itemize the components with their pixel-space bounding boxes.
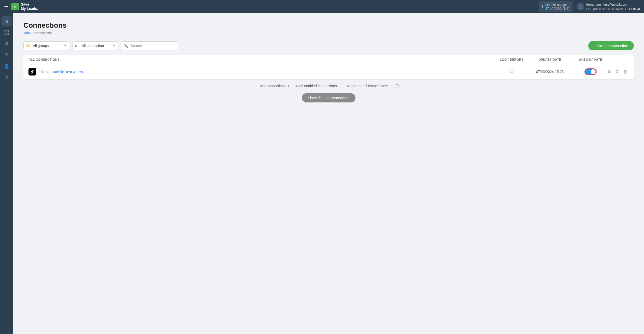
header-log: LOG / ERRORS: [496, 58, 527, 62]
connection-link[interactable]: TikTok - Mobile Text Alerts: [39, 70, 83, 74]
sidebar-item-home[interactable]: ⌂: [2, 16, 12, 26]
header-update-date: UPDATE DATE: [527, 58, 573, 62]
log-icon[interactable]: 📄: [509, 69, 514, 74]
show-deleted-wrapper: Show deleted connections: [23, 90, 634, 105]
sidebar-item-user[interactable]: 👤: [2, 61, 12, 71]
svg-rect-1: [7, 31, 9, 32]
total-connections: Total connections: 1: [258, 84, 290, 88]
info-icon: ℹ: [542, 4, 543, 9]
toggle-cell: [573, 68, 608, 75]
groups-select-wrapper: 📁 All groups ▼: [23, 41, 69, 50]
header-connections: ALL CONNECTIONS: [28, 58, 496, 62]
user-info: 👤 demo_sml_test@gmail.com Plan |Basic| l…: [577, 2, 640, 11]
delete-icon[interactable]: 🗑: [622, 68, 629, 75]
page-title: Connections: [23, 21, 634, 29]
report-icon[interactable]: 📋: [394, 83, 399, 88]
leads-usage-label: LEADS usage:: [545, 3, 567, 7]
sidebar-item-edit[interactable]: ✎: [2, 50, 12, 60]
connection-name-cell: TikTok - Mobile Text Alerts: [28, 68, 496, 75]
svg-rect-0: [5, 31, 6, 32]
groups-select[interactable]: All groups: [23, 41, 69, 50]
breadcrumb-separator: /: [32, 31, 33, 35]
connections-table: ALL CONNECTIONS LOG / ERRORS UPDATE DATE…: [23, 55, 634, 79]
leads-total: of 5'000 (1%): [550, 7, 569, 10]
settings-icon[interactable]: ⚙: [614, 68, 620, 75]
logo-line1: Save: [21, 2, 38, 7]
stats-row: Total connections: 1 Total enabled conne…: [23, 79, 634, 90]
avatar: 👤: [577, 3, 584, 10]
user-plan: Plan |Basic| left until payment 162 days: [586, 7, 640, 11]
svg-rect-2: [5, 33, 6, 35]
header-auto-update: AUTO UPDATE: [573, 58, 608, 62]
connection-filter-select[interactable]: All connection: [72, 41, 118, 50]
connection-filter-wrapper: ▶ All connection ▼: [72, 41, 118, 50]
report-label: Report on all connections:: [347, 84, 388, 88]
actions-cell: ⧉ ⚙ 🗑: [608, 68, 629, 75]
show-deleted-button[interactable]: Show deleted connections: [302, 93, 355, 102]
navbar-right: ℹ LEADS usage: 37 of 5'000 (1%) 👤 demo_s…: [539, 1, 640, 12]
create-connection-button[interactable]: + Create connection: [588, 41, 634, 50]
breadcrumb-current: Connections: [33, 31, 52, 35]
logo-icon: ✓: [11, 3, 19, 10]
date-cell: 07/23/2024 15:23: [527, 70, 573, 74]
search-input[interactable]: [121, 41, 178, 50]
toggle-slider: [585, 69, 596, 74]
leads-usage: ℹ LEADS usage: 37 of 5'000 (1%): [539, 1, 573, 12]
total-enabled-connections: Total enabled connections: 1: [296, 84, 341, 88]
toolbar: 📁 All groups ▼ ▶ All connection ▼ 🔍 + Cr…: [23, 41, 634, 50]
content-area: Connections Main / Connections 📁 All gro…: [13, 13, 644, 334]
menu-icon[interactable]: ☰: [4, 4, 8, 9]
log-cell: 📄: [496, 69, 527, 74]
tiktok-icon: [28, 68, 36, 75]
logo-line2: My Leads.: [21, 7, 38, 11]
auto-update-toggle[interactable]: [584, 68, 597, 75]
sidebar-item-help[interactable]: ?: [2, 72, 12, 82]
leads-usage-info: LEADS usage: 37 of 5'000 (1%): [545, 3, 569, 10]
user-days: 162 days: [627, 7, 640, 11]
main-layout: ⌂ $ ✎ 👤 ? Connections Main / Connections…: [0, 13, 644, 334]
table-row: TikTok - Mobile Text Alerts 📄 07/23/2024…: [23, 64, 634, 79]
navbar: ☰ ✓ Save My Leads. ℹ LEADS usage: 37 of …: [0, 0, 644, 13]
breadcrumb: Main / Connections: [23, 31, 634, 35]
table-header: ALL CONNECTIONS LOG / ERRORS UPDATE DATE…: [23, 55, 634, 64]
sidebar-item-billing[interactable]: $: [2, 39, 12, 49]
sidebar-item-connections[interactable]: [2, 27, 12, 38]
user-email: demo_sml_test@gmail.com: [586, 2, 640, 7]
copy-icon[interactable]: ⧉: [607, 68, 612, 75]
leads-used: 37: [545, 7, 549, 10]
search-wrapper: 🔍: [121, 41, 178, 50]
header-actions: [608, 58, 629, 62]
navbar-left: ☰ ✓ Save My Leads.: [4, 2, 38, 11]
logo-text: Save My Leads.: [21, 2, 38, 11]
breadcrumb-main[interactable]: Main: [23, 31, 31, 35]
user-details: demo_sml_test@gmail.com Plan |Basic| lef…: [586, 2, 640, 11]
logo: ✓ Save My Leads.: [11, 2, 38, 11]
svg-rect-3: [7, 33, 9, 35]
sidebar: ⌂ $ ✎ 👤 ?: [0, 13, 13, 334]
